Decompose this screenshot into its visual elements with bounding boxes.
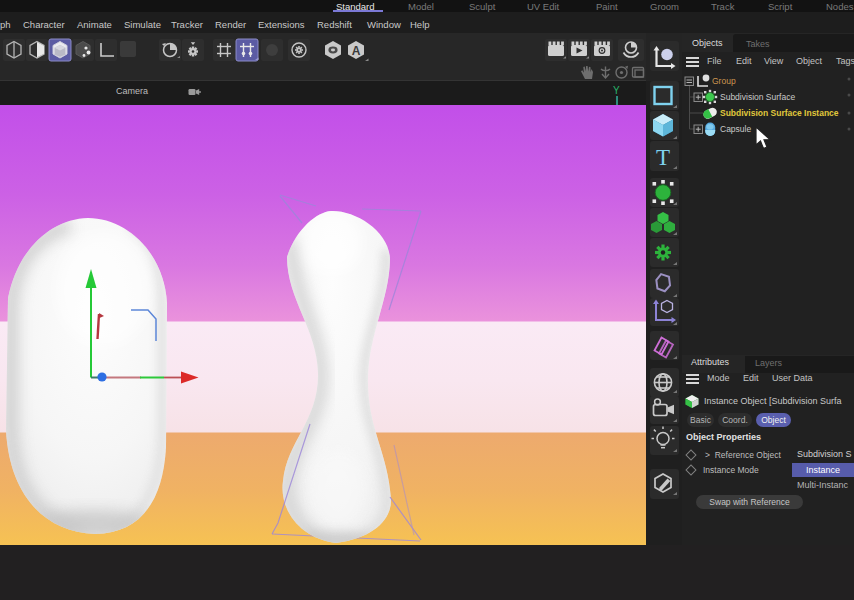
svg-text:T: T [656,145,670,170]
svg-text:Y: Y [613,85,620,96]
svg-text:A: A [352,44,361,58]
